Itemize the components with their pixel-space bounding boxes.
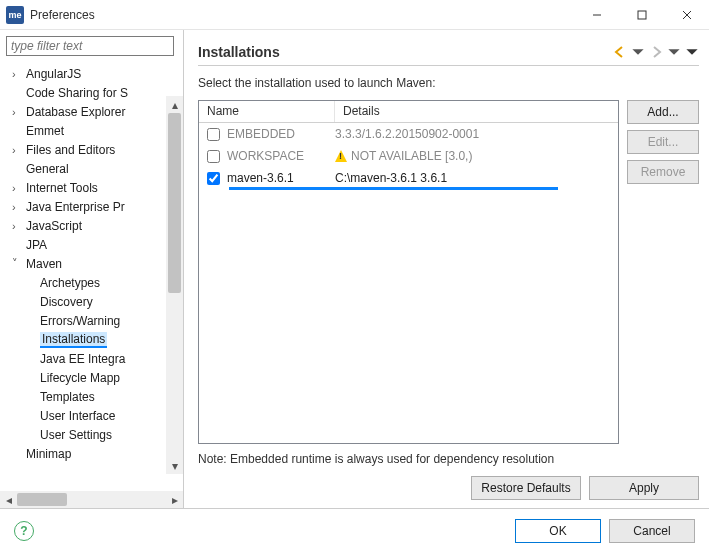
tree-item-label: JavaScript	[26, 219, 82, 233]
add-button[interactable]: Add...	[627, 100, 699, 124]
table-row[interactable]: maven-3.6.1C:\maven-3.6.1 3.6.1	[199, 167, 618, 189]
tree-item-label: Archetypes	[40, 276, 100, 290]
tree-vertical-scrollbar[interactable]: ▴ ▾	[166, 96, 183, 474]
titlebar: me Preferences	[0, 0, 709, 30]
minimize-button[interactable]	[574, 0, 619, 30]
tree-item-label: Database Explorer	[26, 105, 125, 119]
scroll-right-icon[interactable]: ▸	[166, 493, 183, 507]
svg-rect-1	[638, 11, 646, 19]
warning-icon	[335, 150, 347, 162]
tree-item-label: AngularJS	[26, 67, 81, 81]
tree-item-label: Emmet	[26, 124, 64, 138]
scroll-thumb[interactable]	[168, 113, 181, 293]
tree-item-internet-tools[interactable]: ›Internet Tools	[0, 178, 183, 197]
tree-item-lifecycle-mapp[interactable]: Lifecycle Mapp	[0, 368, 183, 387]
tree-item-code-sharing-for-s[interactable]: Code Sharing for S	[0, 83, 183, 102]
cancel-button[interactable]: Cancel	[609, 519, 695, 543]
nav-forward-menu-icon[interactable]	[667, 45, 681, 59]
ok-button[interactable]: OK	[515, 519, 601, 543]
tree-item-label: Internet Tools	[26, 181, 98, 195]
scroll-down-icon[interactable]: ▾	[166, 457, 183, 474]
tree-item-label: Java EE Integra	[40, 352, 125, 366]
tree-item-installations[interactable]: Installations	[0, 330, 183, 349]
installation-checkbox[interactable]	[207, 172, 220, 185]
scroll-up-icon[interactable]: ▴	[166, 96, 183, 113]
preferences-tree[interactable]: ›AngularJSCode Sharing for S›Database Ex…	[0, 62, 183, 465]
column-details[interactable]: Details	[335, 101, 618, 122]
tree-item-label: General	[26, 162, 69, 176]
installation-name: EMBEDDED	[227, 127, 335, 141]
tree-item-java-enterprise-pr[interactable]: ›Java Enterprise Pr	[0, 197, 183, 216]
tree-item-label: Errors/Warning	[40, 314, 120, 328]
column-name[interactable]: Name	[199, 101, 335, 122]
tree-item-angularjs[interactable]: ›AngularJS	[0, 64, 183, 83]
filter-input[interactable]	[6, 36, 174, 56]
tree-item-jpa[interactable]: JPA	[0, 235, 183, 254]
page-description: Select the installation used to launch M…	[198, 76, 699, 90]
chevron-right-icon[interactable]: ›	[12, 106, 26, 118]
tree-item-files-and-editors[interactable]: ›Files and Editors	[0, 140, 183, 159]
dialog-footer: ? OK Cancel	[0, 508, 709, 553]
tree-item-general[interactable]: General	[0, 159, 183, 178]
chevron-right-icon[interactable]: ›	[12, 68, 26, 80]
chevron-right-icon[interactable]: ›	[12, 220, 26, 232]
tree-item-label: Files and Editors	[26, 143, 115, 157]
installation-details: 3.3.3/1.6.2.20150902-0001	[335, 127, 618, 141]
tree-item-label: Lifecycle Mapp	[40, 371, 120, 385]
maximize-button[interactable]	[619, 0, 664, 30]
tree-item-label: Maven	[26, 257, 62, 271]
installation-checkbox[interactable]	[207, 150, 220, 163]
installation-details: C:\maven-3.6.1 3.6.1	[335, 171, 618, 185]
tree-item-database-explorer[interactable]: ›Database Explorer	[0, 102, 183, 121]
remove-button[interactable]: Remove	[627, 160, 699, 184]
nav-forward-icon[interactable]	[649, 45, 663, 59]
tree-item-minimap[interactable]: Minimap	[0, 444, 183, 463]
tree-item-errors-warning[interactable]: Errors/Warning	[0, 311, 183, 330]
nav-back-icon[interactable]	[613, 45, 627, 59]
tree-item-maven[interactable]: ˅Maven	[0, 254, 183, 273]
installation-details: NOT AVAILABLE [3.0,)	[335, 149, 618, 163]
left-panel: ›AngularJSCode Sharing for S›Database Ex…	[0, 30, 184, 508]
installation-name: WORKSPACE	[227, 149, 335, 163]
tree-item-emmet[interactable]: Emmet	[0, 121, 183, 140]
tree-item-archetypes[interactable]: Archetypes	[0, 273, 183, 292]
table-header: Name Details	[199, 101, 618, 123]
tree-item-label: Discovery	[40, 295, 93, 309]
tree-item-user-interface[interactable]: User Interface	[0, 406, 183, 425]
tree-item-label: Code Sharing for S	[26, 86, 128, 100]
tree-item-label: Templates	[40, 390, 95, 404]
tree-item-java-ee-integra[interactable]: Java EE Integra	[0, 349, 183, 368]
app-icon: me	[6, 6, 24, 24]
table-row[interactable]: EMBEDDED3.3.3/1.6.2.20150902-0001	[199, 123, 618, 145]
table-row[interactable]: WORKSPACENOT AVAILABLE [3.0,)	[199, 145, 618, 167]
edit-button[interactable]: Edit...	[627, 130, 699, 154]
tree-item-label: User Settings	[40, 428, 112, 442]
tree-item-label: Java Enterprise Pr	[26, 200, 125, 214]
chevron-down-icon[interactable]: ˅	[12, 257, 26, 270]
scroll-left-icon[interactable]: ◂	[0, 493, 17, 507]
close-button[interactable]	[664, 0, 709, 30]
apply-button[interactable]: Apply	[589, 476, 699, 500]
right-panel: Installations Select the installation us…	[184, 30, 709, 508]
installation-name: maven-3.6.1	[227, 171, 335, 185]
chevron-right-icon[interactable]: ›	[12, 201, 26, 213]
tree-item-label: User Interface	[40, 409, 115, 423]
hscroll-thumb[interactable]	[17, 493, 67, 506]
tree-item-javascript[interactable]: ›JavaScript	[0, 216, 183, 235]
window-title: Preferences	[30, 8, 95, 22]
tree-item-templates[interactable]: Templates	[0, 387, 183, 406]
tree-item-label: JPA	[26, 238, 47, 252]
note-text: Note: Embedded runtime is always used fo…	[198, 452, 699, 466]
installation-checkbox[interactable]	[207, 128, 220, 141]
installations-table: Name Details EMBEDDED3.3.3/1.6.2.2015090…	[198, 100, 619, 444]
help-icon[interactable]: ?	[14, 521, 34, 541]
view-menu-icon[interactable]	[685, 45, 699, 59]
tree-item-discovery[interactable]: Discovery	[0, 292, 183, 311]
tree-horizontal-scrollbar[interactable]: ◂ ▸	[0, 491, 183, 508]
chevron-right-icon[interactable]: ›	[12, 144, 26, 156]
nav-back-menu-icon[interactable]	[631, 45, 645, 59]
restore-defaults-button[interactable]: Restore Defaults	[471, 476, 581, 500]
tree-item-label: Installations	[40, 332, 107, 348]
chevron-right-icon[interactable]: ›	[12, 182, 26, 194]
tree-item-user-settings[interactable]: User Settings	[0, 425, 183, 444]
